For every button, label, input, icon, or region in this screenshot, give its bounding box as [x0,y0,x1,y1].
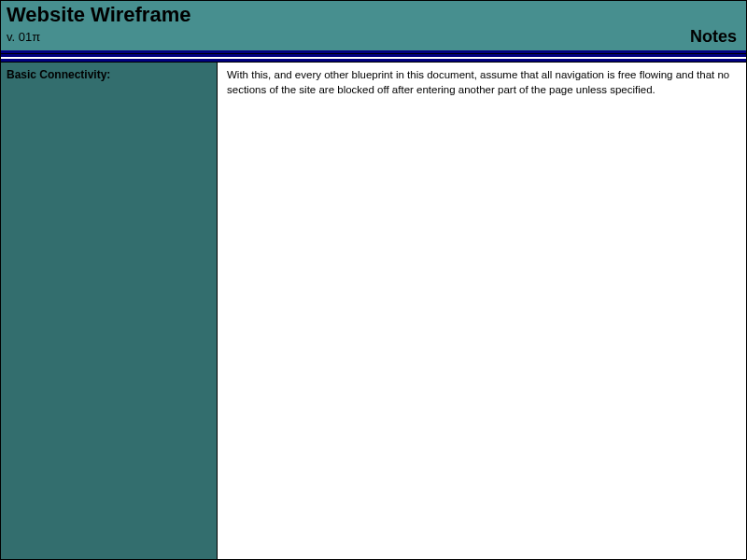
page-title: Website Wireframe [7,3,190,27]
sidebar-heading: Basic Connectivity: [7,68,211,81]
main-panel: With this, and every other blueprint in … [218,63,746,560]
header-subtitle-row: v. 01π Notes [1,27,746,50]
header: Website Wireframe v. 01π Notes [1,1,746,53]
version-label: v. 01π [7,30,40,44]
sidebar: Basic Connectivity: [1,63,218,560]
notes-heading: Notes [690,27,740,47]
header-top-row: Website Wireframe [1,1,746,27]
content-area: Basic Connectivity: With this, and every… [1,63,746,560]
body-text: With this, and every other blueprint in … [227,68,737,97]
divider-band [1,53,746,63]
